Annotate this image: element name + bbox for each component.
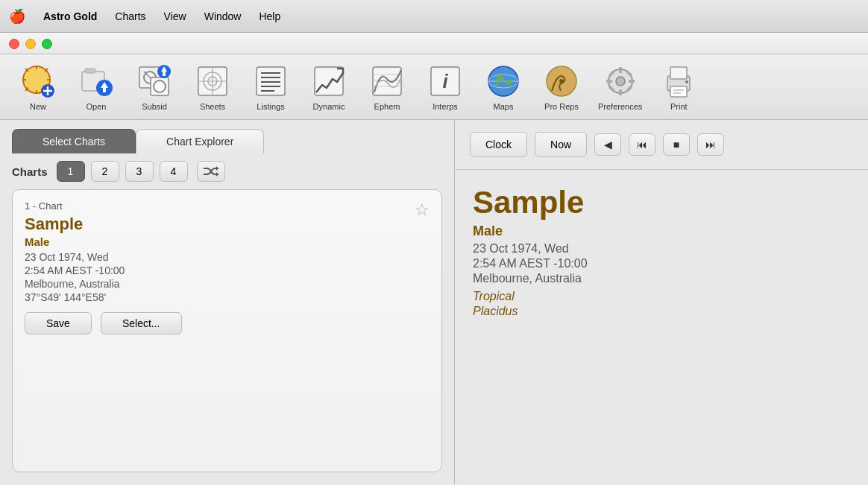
toolbar-listings-label: Listings	[257, 102, 284, 111]
shuffle-button[interactable]	[197, 161, 225, 182]
info-gender: Male	[473, 224, 850, 239]
info-time: 2:54 AM AEST -10:00	[473, 257, 850, 270]
chart-card-place: Melbourne, Australia	[25, 278, 430, 290]
svg-rect-63	[670, 86, 687, 97]
toolbar-new[interactable]: New	[12, 60, 64, 114]
info-house-system: Placidus	[473, 305, 850, 318]
toolbar-new-label: New	[30, 102, 46, 111]
right-panel: Clock Now ◀ ⏮ ■ ⏭ Sample Male 23 Oct 197…	[455, 120, 868, 484]
maximize-button[interactable]	[42, 39, 52, 49]
toolbar-maps[interactable]: Maps	[477, 60, 529, 114]
svg-rect-53	[619, 67, 622, 73]
info-date: 23 Oct 1974, Wed	[473, 242, 850, 256]
menu-window[interactable]: Window	[204, 10, 242, 22]
info-name: Sample	[473, 185, 850, 221]
toolbar-ephem[interactable]: Ephem	[361, 60, 413, 114]
toolbar-dynamic[interactable]: Dynamic	[303, 60, 355, 114]
chart-card-coords: 37°S49' 144°E58'	[25, 291, 430, 303]
info-zodiac: Tropical	[473, 290, 850, 303]
sheets-icon	[195, 63, 230, 99]
now-button[interactable]: Now	[535, 132, 587, 157]
toolbar-interps[interactable]: i Interps	[419, 60, 471, 114]
menu-view[interactable]: View	[164, 10, 186, 22]
chart-card-time: 2:54 AM AEST -10:00	[25, 264, 430, 276]
svg-point-50	[559, 79, 564, 83]
chart-num-3[interactable]: 3	[125, 161, 154, 182]
maps-icon	[485, 63, 521, 99]
svg-marker-68	[216, 172, 218, 177]
toolbar-ephem-label: Ephem	[374, 102, 400, 111]
window-chrome	[0, 33, 868, 54]
toolbar-proreps-label: Pro Reps	[544, 102, 579, 111]
chart-nav: Charts 1 2 3 4	[0, 153, 454, 189]
toolbar: New Open	[0, 54, 868, 120]
play-prev-button[interactable]: ◀	[594, 133, 621, 156]
toolbar-dynamic-label: Dynamic	[313, 102, 345, 111]
svg-rect-55	[606, 80, 612, 83]
svg-rect-36	[315, 67, 343, 95]
toolbar-preferences-label: Preferences	[598, 102, 642, 111]
menu-help[interactable]: Help	[259, 10, 280, 22]
skip-next-button[interactable]: ⏭	[697, 133, 724, 156]
toolbar-print[interactable]: Print	[652, 60, 705, 114]
chart-card-name: Sample	[25, 215, 430, 234]
svg-point-48	[494, 83, 499, 86]
apple-menu[interactable]: 🍎	[9, 8, 25, 25]
chart-card: 1 - Chart Sample Male 23 Oct 1974, Wed 2…	[12, 189, 442, 472]
dynamic-icon	[311, 63, 347, 99]
proreps-icon	[544, 63, 579, 99]
chart-num-1[interactable]: 1	[57, 161, 85, 182]
new-icon	[20, 63, 56, 99]
left-panel: Select Charts Chart Explorer Charts 1 2 …	[0, 120, 455, 484]
tab-chart-explorer[interactable]: Chart Explorer	[136, 129, 264, 153]
svg-rect-64	[673, 89, 684, 91]
star-button[interactable]: ☆	[415, 200, 430, 220]
close-button[interactable]	[9, 39, 19, 49]
print-icon	[661, 63, 696, 99]
toolbar-subsid[interactable]: Subsid	[128, 60, 180, 114]
open-icon	[78, 63, 114, 99]
save-button[interactable]: Save	[25, 312, 92, 335]
toolbar-sheets-label: Sheets	[200, 102, 225, 111]
svg-rect-54	[619, 89, 622, 95]
svg-rect-37	[373, 67, 401, 95]
chart-card-date: 23 Oct 1974, Wed	[25, 251, 430, 263]
svg-rect-13	[85, 69, 95, 73]
tab-select-charts[interactable]: Select Charts	[12, 129, 136, 153]
listings-icon	[253, 63, 289, 99]
toolbar-open[interactable]: Open	[70, 60, 122, 114]
svg-rect-56	[629, 80, 635, 83]
ephem-icon	[369, 63, 405, 99]
toolbar-interps-label: Interps	[433, 102, 458, 111]
clock-button[interactable]: Clock	[470, 132, 527, 157]
svg-text:i: i	[442, 70, 448, 92]
main-content: Select Charts Chart Explorer Charts 1 2 …	[0, 120, 868, 484]
select-button[interactable]: Select...	[101, 312, 182, 335]
svg-point-47	[505, 80, 512, 86]
toolbar-listings[interactable]: Listings	[245, 60, 297, 114]
toolbar-maps-label: Maps	[494, 102, 514, 111]
toolbar-sheets[interactable]: Sheets	[186, 60, 239, 114]
svg-point-46	[495, 75, 504, 83]
info-place: Melbourne, Australia	[473, 272, 850, 285]
minimize-button[interactable]	[25, 39, 36, 49]
toolbar-print-label: Print	[670, 102, 688, 111]
chart-card-gender: Male	[25, 235, 430, 248]
preferences-icon	[603, 63, 638, 99]
toolbar-proreps[interactable]: Pro Reps	[535, 60, 588, 114]
subsid-icon	[136, 63, 172, 99]
chart-card-number: 1 - Chart	[25, 200, 430, 212]
toolbar-subsid-label: Subsid	[142, 102, 167, 111]
charts-label: Charts	[12, 165, 48, 178]
toolbar-preferences[interactable]: Preferences	[594, 60, 647, 114]
chart-num-4[interactable]: 4	[160, 161, 188, 182]
app-name: Astro Gold	[43, 10, 97, 22]
chart-num-2[interactable]: 2	[91, 161, 119, 182]
stop-button[interactable]: ■	[663, 133, 690, 156]
menu-charts[interactable]: Charts	[115, 10, 145, 22]
svg-rect-65	[673, 92, 681, 94]
svg-rect-16	[103, 86, 106, 92]
skip-prev-button[interactable]: ⏮	[629, 133, 655, 156]
toolbar-open-label: Open	[87, 102, 107, 111]
tab-bar: Select Charts Chart Explorer	[0, 120, 454, 153]
